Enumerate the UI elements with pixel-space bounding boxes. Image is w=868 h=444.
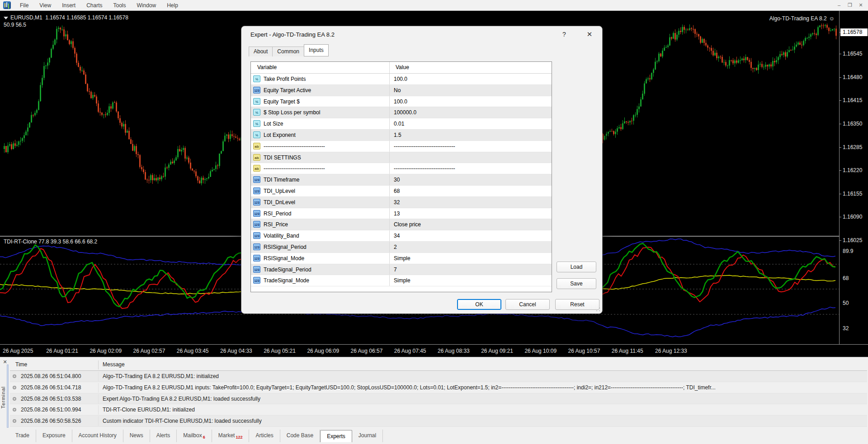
input-row[interactable]: ½Lot Exponent1.5 bbox=[251, 130, 552, 141]
input-row[interactable]: 123RSI_PriceClose price bbox=[251, 219, 552, 230]
terminal-tab-mailbox[interactable]: Mailbox6 bbox=[177, 430, 212, 442]
log-bullet-icon bbox=[13, 374, 16, 378]
terminal-tab-code-base[interactable]: Code Base bbox=[280, 430, 320, 442]
log-row: 2025.08.26 06:51:04.718Algo-TD-Trading E… bbox=[10, 382, 867, 393]
input-value[interactable]: ---------------------------------- bbox=[394, 143, 455, 150]
close-icon[interactable]: ✕ bbox=[855, 1, 866, 9]
terminal-tab-experts[interactable]: Experts bbox=[320, 430, 352, 442]
input-row[interactable]: 123Equity Target ActiveNo bbox=[251, 85, 552, 96]
chevron-down-icon[interactable] bbox=[4, 17, 8, 19]
input-value[interactable]: 2 bbox=[394, 244, 397, 250]
input-variable-name: TDI Timeframe bbox=[264, 177, 299, 183]
input-value[interactable]: 100.0 bbox=[394, 76, 407, 82]
input-value[interactable]: 32 bbox=[394, 199, 400, 206]
terminal-tab-exposure[interactable]: Exposure bbox=[36, 430, 72, 442]
terminal-tab-alerts[interactable]: Alerts bbox=[150, 430, 177, 442]
input-row[interactable]: 123RSISignal_ModeSimple bbox=[251, 253, 552, 264]
time-label: 26 Aug 06:57 bbox=[351, 348, 383, 354]
input-value[interactable]: No bbox=[394, 87, 401, 93]
input-row[interactable]: ½$ Stop Loss per symbol100000.0 bbox=[251, 107, 552, 118]
log-time: 2025.08.26 06:51:00.994 bbox=[21, 407, 81, 413]
input-value[interactable]: 1.5 bbox=[394, 132, 401, 138]
dialog-close-icon[interactable]: ✕ bbox=[583, 29, 596, 40]
log-message: TDI-RT-Clone EURUSD,M1: initialized bbox=[103, 407, 862, 413]
input-row[interactable]: abTDI SETTINGS bbox=[251, 152, 552, 164]
menu-item-insert[interactable]: Insert bbox=[57, 1, 81, 10]
menu-item-file[interactable]: File bbox=[14, 1, 34, 10]
input-value[interactable]: 68 bbox=[394, 188, 400, 194]
input-value[interactable]: 7 bbox=[394, 266, 397, 273]
menu-item-charts[interactable]: Charts bbox=[81, 1, 108, 10]
input-variable-name: RSISignal_Mode bbox=[264, 255, 304, 262]
input-value[interactable]: Close price bbox=[394, 221, 421, 228]
int-type-icon: 123 bbox=[253, 187, 260, 194]
input-value[interactable]: Simple bbox=[394, 277, 410, 284]
input-variable-name: Equity Target Active bbox=[264, 87, 311, 93]
terminal-tab-trade[interactable]: Trade bbox=[9, 430, 36, 442]
help-icon[interactable]: ? bbox=[558, 29, 571, 40]
input-row[interactable]: 123TDI Timeframe30 bbox=[251, 174, 552, 186]
resize-grip[interactable] bbox=[595, 307, 601, 312]
input-row[interactable]: 123TradeSignal_Period7 bbox=[251, 264, 552, 276]
input-row[interactable]: 123Volatility_Band34 bbox=[251, 230, 552, 242]
log-message: Expert Algo-TD-Trading EA 8.2 EURUSD,M1:… bbox=[103, 396, 862, 402]
ea-name-label: Algo-TD-Trading EA 8.2☺ bbox=[769, 15, 835, 22]
column-divider[interactable] bbox=[98, 360, 99, 369]
input-value[interactable]: 13 bbox=[394, 210, 400, 217]
menu-item-window[interactable]: Window bbox=[132, 1, 162, 10]
time-label: 26 Aug 04:33 bbox=[220, 348, 252, 354]
terminal-tabs: TradeExposureAccount HistoryNewsAlertsMa… bbox=[9, 430, 383, 442]
time-label: 26 Aug 12:33 bbox=[655, 348, 687, 354]
terminal-tab-news[interactable]: News bbox=[123, 430, 150, 442]
input-row[interactable]: 123TDI_UpLevel68 bbox=[251, 186, 552, 197]
input-row[interactable]: ½Lot Size0.01 bbox=[251, 118, 552, 130]
price-tick: 1.16350 bbox=[843, 121, 862, 127]
inputs-table-header: Variable Value bbox=[251, 62, 552, 74]
input-value[interactable]: 34 bbox=[394, 233, 400, 239]
cancel-button[interactable]: Cancel bbox=[505, 299, 550, 310]
input-variable-name: ---------------------------------- bbox=[264, 143, 325, 150]
value-column-divider bbox=[389, 74, 390, 84]
terminal-tab-account-history[interactable]: Account History bbox=[72, 430, 123, 442]
input-variable-name: TDI SETTINGS bbox=[264, 154, 301, 161]
ea-smiley-icon[interactable]: ☺ bbox=[829, 15, 835, 22]
ok-button[interactable]: OK bbox=[457, 299, 501, 310]
tab-inputs[interactable]: Inputs bbox=[304, 44, 329, 56]
tab-about[interactable]: About bbox=[249, 47, 273, 56]
restore-icon[interactable]: ❐ bbox=[844, 1, 855, 9]
menu-item-tools[interactable]: Tools bbox=[108, 1, 132, 10]
input-row[interactable]: ½Take Profit Points100.0 bbox=[251, 74, 552, 85]
input-row[interactable]: ab--------------------------------------… bbox=[251, 141, 552, 152]
input-value[interactable]: 100000.0 bbox=[394, 109, 416, 116]
input-row[interactable]: 123RSI_Period13 bbox=[251, 208, 552, 220]
reset-button[interactable]: Reset bbox=[555, 299, 599, 310]
terminal-tab-journal[interactable]: Journal bbox=[352, 430, 383, 442]
price-axis[interactable]: 1.166101.165451.164801.164151.163501.162… bbox=[839, 11, 868, 344]
input-value[interactable]: 0.01 bbox=[394, 121, 404, 127]
menu-item-help[interactable]: Help bbox=[161, 1, 184, 10]
int-type-icon: 123 bbox=[253, 199, 260, 206]
input-variable-name: TradeSignal_Period bbox=[264, 266, 311, 273]
save-button[interactable]: Save bbox=[557, 278, 596, 289]
double-type-icon: ½ bbox=[253, 75, 260, 82]
input-variable-name: $ Stop Loss per symbol bbox=[264, 109, 320, 116]
input-value[interactable]: 30 bbox=[394, 177, 400, 183]
terminal-close-icon[interactable]: ✕ bbox=[2, 359, 8, 365]
tab-common[interactable]: Common bbox=[273, 47, 304, 56]
input-row[interactable]: ½Equity Target $100.0 bbox=[251, 96, 552, 107]
input-row[interactable]: 123TradeSignal_ModeSimple bbox=[251, 275, 552, 286]
input-value[interactable]: 100.0 bbox=[394, 98, 407, 105]
input-value[interactable]: Simple bbox=[394, 255, 410, 262]
value-column-divider[interactable] bbox=[389, 62, 390, 73]
input-row[interactable]: ab--------------------------------------… bbox=[251, 163, 552, 174]
time-axis[interactable]: 26 Aug 202526 Aug 01:2126 Aug 02:0926 Au… bbox=[0, 344, 868, 357]
input-row[interactable]: 123RSISignal_Period2 bbox=[251, 242, 552, 253]
input-row[interactable]: 123TDI_DnLevel32 bbox=[251, 197, 552, 208]
input-value[interactable]: ---------------------------------- bbox=[394, 165, 455, 172]
minimize-icon[interactable]: – bbox=[834, 1, 844, 9]
menu-item-view[interactable]: View bbox=[34, 1, 57, 10]
load-button[interactable]: Load bbox=[557, 262, 596, 272]
terminal-tab-articles[interactable]: Articles bbox=[249, 430, 280, 442]
log-row: 2025.08.26 06:51:00.994TDI-RT-Clone EURU… bbox=[10, 404, 867, 416]
terminal-tab-market[interactable]: Market122 bbox=[212, 430, 250, 442]
